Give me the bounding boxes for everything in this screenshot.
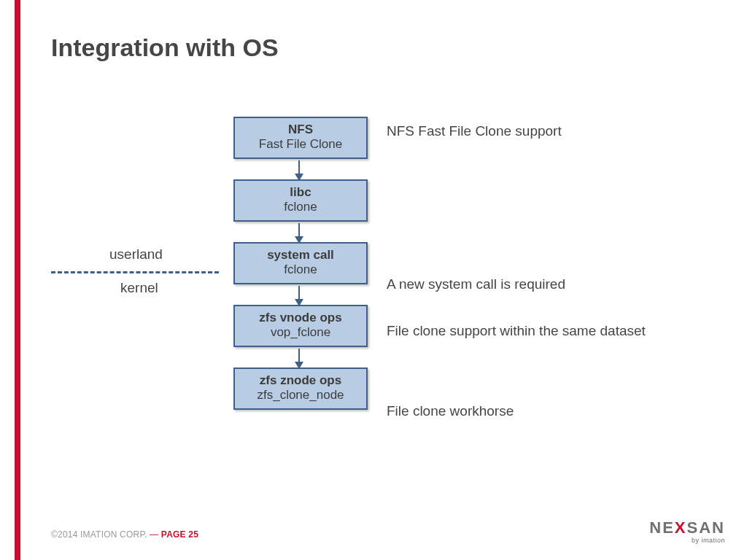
- slide-title: Integration with OS: [51, 34, 279, 62]
- caption-nfs: NFS Fast File Clone support: [387, 122, 657, 140]
- logo-post: SAN: [687, 518, 725, 537]
- box-libc-sub: fclone: [236, 200, 365, 214]
- svg-marker-7: [295, 362, 303, 369]
- box-syscall: system call fclone: [233, 242, 368, 284]
- footer-dash: —: [147, 529, 161, 540]
- arrow-gap: [233, 284, 365, 305]
- box-vnode-title: zfs vnode ops: [236, 311, 365, 325]
- caption-sys: A new system call is required: [387, 276, 657, 293]
- svg-marker-3: [295, 236, 303, 244]
- footer: ©2014 IMATION CORP. — PAGE 25: [51, 529, 198, 540]
- caption-vnode: File clone support within the same datas…: [387, 322, 657, 340]
- footer-page-number: 25: [188, 529, 198, 540]
- box-nfs-title: NFS: [236, 122, 365, 137]
- arrow-down-icon: [293, 349, 305, 369]
- box-libc-title: libc: [236, 185, 365, 200]
- arrow-gap: [233, 159, 365, 179]
- caption-znode: File clone workhorse: [387, 402, 657, 420]
- label-userland: userland: [109, 246, 163, 262]
- box-znode-sub: zfs_clone_node: [236, 388, 365, 402]
- box-syscall-sub: fclone: [236, 262, 365, 277]
- arrow-down-icon: [293, 160, 305, 181]
- box-libc: libc fclone: [233, 179, 368, 222]
- svg-marker-1: [295, 174, 303, 181]
- box-znode-title: zfs znode ops: [236, 373, 365, 388]
- box-nfs-sub: Fast File Clone: [236, 137, 365, 152]
- footer-copyright: ©2014 IMATION CORP.: [51, 529, 147, 540]
- arrow-gap: [233, 347, 365, 368]
- box-vnode: zfs vnode ops vop_fclone: [233, 305, 368, 347]
- footer-page-label: PAGE: [161, 529, 188, 540]
- arrow-down-icon: [293, 286, 305, 306]
- arrow-gap: [233, 222, 365, 242]
- box-nfs: NFS Fast File Clone: [233, 117, 368, 159]
- arrow-down-icon: [293, 223, 305, 244]
- nexsan-logo: NEXSAN by imation: [649, 520, 725, 544]
- logo-x: X: [675, 518, 687, 537]
- box-vnode-sub: vop_fclone: [236, 325, 365, 340]
- logo-pre: NE: [649, 518, 675, 537]
- userland-kernel-divider: [51, 271, 219, 273]
- label-kernel: kernel: [120, 280, 158, 296]
- diagram-column: NFS Fast File Clone libc fclone system c…: [233, 117, 365, 410]
- box-znode: zfs znode ops zfs_clone_node: [233, 368, 368, 410]
- svg-marker-5: [295, 299, 303, 306]
- accent-bar: [15, 0, 20, 560]
- logo-wordmark: NEXSAN: [649, 520, 725, 536]
- box-syscall-title: system call: [236, 248, 365, 262]
- logo-byline: by imation: [649, 537, 725, 544]
